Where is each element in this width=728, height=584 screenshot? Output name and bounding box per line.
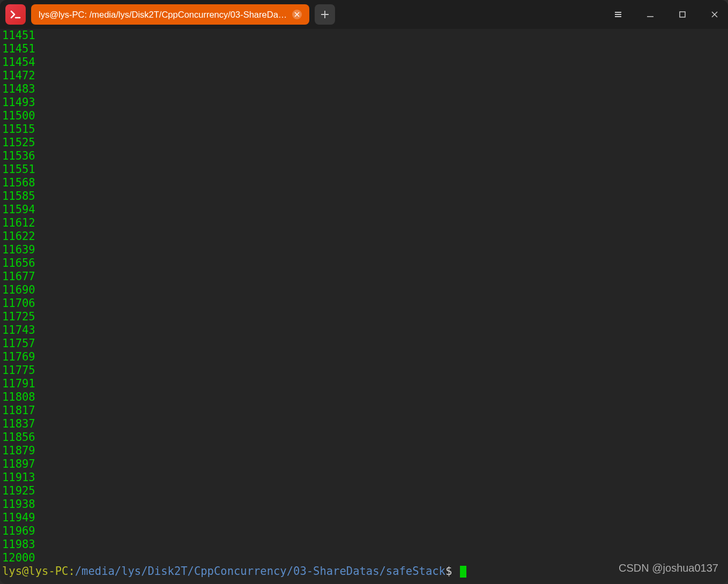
menu-button[interactable] <box>610 6 626 23</box>
output-line: 11656 <box>2 257 726 270</box>
prompt-line: lys@lys-PC:/media/lys/Disk2T/CppConcurre… <box>2 565 726 578</box>
output-line: 11913 <box>2 471 726 484</box>
output-line: 11983 <box>2 538 726 551</box>
output-line: 11938 <box>2 498 726 511</box>
output-line: 11454 <box>2 56 726 69</box>
terminal-content[interactable]: 1145111451114541147211483114931150011515… <box>0 29 728 584</box>
output-line: 12000 <box>2 551 726 565</box>
output-line: 11817 <box>2 404 726 417</box>
output-line: 11483 <box>2 83 726 96</box>
titlebar: lys@lys-PC: /media/lys/Disk2T/CppConcurr… <box>0 0 728 29</box>
svg-rect-5 <box>680 12 685 17</box>
window-controls <box>610 6 723 23</box>
tab-active[interactable]: lys@lys-PC: /media/lys/Disk2T/CppConcurr… <box>31 4 309 25</box>
cursor <box>460 566 466 578</box>
output-line: 11451 <box>2 42 726 56</box>
terminal-app-icon <box>5 4 26 25</box>
output-line: 11949 <box>2 511 726 525</box>
output-line: 11493 <box>2 96 726 109</box>
watermark: CSDN @joshua0137 <box>619 562 718 574</box>
new-tab-button[interactable] <box>315 4 335 25</box>
output-line: 11743 <box>2 324 726 337</box>
close-window-button[interactable] <box>707 6 723 23</box>
output-line: 11757 <box>2 337 726 350</box>
output-line: 11769 <box>2 350 726 364</box>
output-line: 11451 <box>2 29 726 42</box>
output-line: 11969 <box>2 525 726 538</box>
output-line: 11525 <box>2 136 726 149</box>
output-line: 11536 <box>2 149 726 163</box>
output-line: 11639 <box>2 243 726 257</box>
output-line: 11775 <box>2 364 726 377</box>
output-line: 11856 <box>2 431 726 444</box>
output-line: 11568 <box>2 176 726 190</box>
tab-title: lys@lys-PC: /media/lys/Disk2T/CppConcurr… <box>39 10 287 20</box>
output-line: 11690 <box>2 283 726 297</box>
output-line: 11897 <box>2 458 726 471</box>
output-line: 11925 <box>2 484 726 498</box>
close-tab-icon[interactable] <box>292 10 302 19</box>
output-line: 11837 <box>2 417 726 431</box>
prompt-user-host: lys@lys-PC <box>2 565 68 578</box>
output-line: 11585 <box>2 190 726 203</box>
output-line: 11500 <box>2 109 726 123</box>
output-line: 11706 <box>2 297 726 310</box>
output-line: 11594 <box>2 203 726 216</box>
maximize-button[interactable] <box>674 6 690 23</box>
output-line: 11879 <box>2 444 726 458</box>
prompt-colon: : <box>68 565 75 578</box>
output-line: 11612 <box>2 216 726 230</box>
output-line: 11791 <box>2 377 726 391</box>
prompt-path: /media/lys/Disk2T/CppConcurrency/03-Shar… <box>75 565 445 578</box>
output-line: 11622 <box>2 230 726 243</box>
output-line: 11472 <box>2 69 726 83</box>
output-line: 11725 <box>2 310 726 324</box>
output-line: 11808 <box>2 391 726 404</box>
output-line: 11677 <box>2 270 726 283</box>
output-line: 11551 <box>2 163 726 176</box>
prompt-dollar: $ <box>445 565 452 578</box>
minimize-button[interactable] <box>642 6 658 23</box>
output-line: 11515 <box>2 123 726 136</box>
